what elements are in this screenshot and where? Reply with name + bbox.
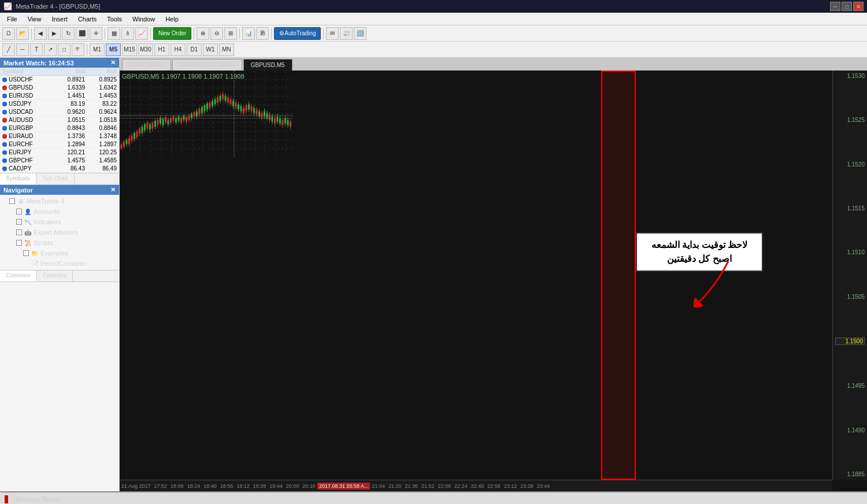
- open-button[interactable]: 📂: [16, 27, 29, 40]
- text-tool[interactable]: T: [30, 43, 43, 56]
- new-button[interactable]: 🗋: [2, 27, 15, 40]
- nav-expand-indicators[interactable]: +: [16, 219, 22, 225]
- ask-value: 1.4453: [85, 92, 117, 99]
- stop-button[interactable]: ⬛: [76, 27, 88, 40]
- zoom-out-button[interactable]: ⊖: [210, 27, 223, 40]
- market-watch-row[interactable]: USDCHF 0.8921 0.8925: [0, 76, 119, 84]
- menu-tools[interactable]: Tools: [102, 13, 127, 25]
- line-tool[interactable]: ╱: [2, 43, 15, 56]
- chart-tab-eurusd-m2[interactable]: EURUSD,M2 (offline): [172, 59, 242, 71]
- chart-bar-button[interactable]: ▦: [108, 27, 120, 40]
- period-mn[interactable]: MN: [219, 43, 234, 56]
- chart-canvas[interactable]: GBPUSD,M5 1.1907 1.1908 1.1907 1.1908 1.…: [120, 71, 867, 491]
- nav-expert-advisors[interactable]: + 🤖 Expert Advisors: [0, 227, 119, 238]
- menu-insert[interactable]: Insert: [47, 13, 72, 25]
- menu-help[interactable]: Help: [161, 13, 183, 25]
- svg-rect-141: [269, 115, 271, 120]
- new-order-button[interactable]: New Order: [153, 27, 191, 40]
- template-button[interactable]: 🖹: [256, 27, 269, 40]
- menu-charts[interactable]: Charts: [73, 13, 101, 25]
- market-watch-row[interactable]: EURCHF 1.2894 1.2897: [0, 140, 119, 149]
- period-m5[interactable]: M5: [106, 43, 121, 56]
- nav-period-converter[interactable]: + 📄 PeriodConverter: [0, 258, 119, 269]
- market-watch-row[interactable]: USDJPY 83.19 83.22: [0, 100, 119, 108]
- forward-button[interactable]: ▶: [48, 27, 61, 40]
- toolbar1: 🗋 📂 ◀ ▶ ↻ ⬛ ✛ ▦ 🕯 📈 New Order ⊕ ⊖ ⊞ 📊 🖹 …: [0, 25, 867, 42]
- nav-scripts[interactable]: - 📜 Scripts: [0, 238, 119, 248]
- sep5: [239, 28, 240, 39]
- examples-icon: 📁: [31, 249, 39, 257]
- tab-favorites[interactable]: Favorites: [37, 270, 73, 281]
- market-watch-row[interactable]: GBPUSD 1.6339 1.6342: [0, 84, 119, 92]
- nav-expand-mt4[interactable]: -: [9, 198, 15, 204]
- market-watch-row[interactable]: EURJPY 120.21 120.25: [0, 149, 119, 157]
- tab-symbols[interactable]: Symbols: [0, 173, 36, 184]
- svg-rect-73: [180, 118, 182, 123]
- chart-tab-eurusd-m1[interactable]: EURUSD,M1: [122, 59, 171, 71]
- zoom-in-button[interactable]: ⊕: [197, 27, 209, 40]
- period-m30[interactable]: M30: [138, 43, 153, 56]
- chart-tab-gbpusd-m5[interactable]: GBPUSD,M5: [243, 59, 292, 71]
- nav-expand-accounts[interactable]: +: [16, 209, 22, 214]
- period-h1[interactable]: H1: [154, 43, 169, 56]
- market-watch-rows: USDCHF 0.8921 0.8925 GBPUSD 1.6339 1.634…: [0, 76, 119, 173]
- symbol-dot: [2, 102, 7, 106]
- market-watch-row[interactable]: GBPCHF 1.4575 1.4585: [0, 157, 119, 165]
- maximize-button[interactable]: □: [842, 2, 852, 11]
- refresh-button[interactable]: ↻: [62, 27, 75, 40]
- price-1: 1.1530: [835, 73, 865, 79]
- period-d1[interactable]: D1: [187, 43, 202, 56]
- menu-window[interactable]: Window: [128, 13, 160, 25]
- market-watch-row[interactable]: EURAUD 1.3736 1.3748: [0, 132, 119, 140]
- back-button[interactable]: ◀: [34, 27, 47, 40]
- fib-tool[interactable]: 〒: [72, 43, 84, 56]
- navigator-close[interactable]: ✕: [110, 186, 116, 194]
- menu-file[interactable]: File: [2, 13, 22, 25]
- nav-examples[interactable]: + 📁 Examples: [0, 248, 119, 258]
- crosshair-button[interactable]: ✛: [90, 27, 102, 40]
- tab-tick-chart[interactable]: Tick Chart: [36, 173, 75, 184]
- rect-tool[interactable]: □: [58, 43, 71, 56]
- market-watch-row[interactable]: USDCAD 0.9620 0.9624: [0, 108, 119, 116]
- computer-icon: 🖥: [17, 197, 25, 205]
- tab-common[interactable]: Common: [0, 270, 37, 281]
- period-w1[interactable]: W1: [203, 43, 218, 56]
- properties-button[interactable]: ⊞: [224, 27, 237, 40]
- svg-rect-43: [142, 127, 143, 134]
- indicator-button[interactable]: 📊: [242, 27, 255, 40]
- market-watch-close[interactable]: ✕: [110, 59, 116, 66]
- close-button[interactable]: ✕: [853, 2, 864, 11]
- nav-indicators[interactable]: + 📉 Indicators: [0, 217, 119, 227]
- bid-value: 0.9620: [53, 109, 85, 115]
- line-button[interactable]: 📈: [135, 27, 148, 40]
- nav-expand-ea[interactable]: +: [16, 229, 22, 235]
- news-button[interactable]: 📰: [340, 27, 353, 40]
- svg-rect-45: [144, 124, 146, 131]
- market-watch-row[interactable]: CADJPY 86.43 86.49: [0, 165, 119, 173]
- time-8: 19:28: [251, 483, 268, 489]
- sep1: [31, 28, 32, 39]
- nav-expand-examples[interactable]: +: [23, 250, 29, 256]
- market-watch-row[interactable]: EURUSD 1.4451 1.4453: [0, 92, 119, 100]
- auto-trading-button[interactable]: ⚙ AutoTrading: [274, 27, 321, 40]
- calculator-button[interactable]: 🔢: [354, 27, 366, 40]
- price-3: 1.1520: [835, 161, 865, 168]
- bid-value: 120.21: [53, 149, 85, 155]
- email-button[interactable]: ✉: [326, 27, 339, 40]
- period-h4[interactable]: H4: [171, 43, 186, 56]
- nav-metatrader4[interactable]: - 🖥 MetaTrader 4: [0, 196, 119, 206]
- market-watch-row[interactable]: AUDUSD 1.0515 1.0518: [0, 116, 119, 124]
- nav-expand-scripts[interactable]: -: [16, 240, 22, 246]
- accounts-icon: 👤: [24, 207, 32, 216]
- arrow-tool[interactable]: ↗: [44, 43, 57, 56]
- minimize-button[interactable]: ─: [830, 2, 840, 11]
- menu-view[interactable]: View: [23, 13, 46, 25]
- nav-accounts[interactable]: + 👤 Accounts: [0, 206, 119, 217]
- candle-button[interactable]: 🕯: [121, 27, 134, 40]
- hline-tool[interactable]: ─: [16, 43, 29, 56]
- period-m15[interactable]: M15: [122, 43, 137, 56]
- left-panel: Market Watch: 16:24:53 ✕ Symbol Bid Ask …: [0, 58, 120, 491]
- period-m1[interactable]: M1: [90, 43, 105, 56]
- svg-rect-101: [217, 98, 218, 103]
- market-watch-row[interactable]: EURGBP 0.8843 0.8846: [0, 124, 119, 132]
